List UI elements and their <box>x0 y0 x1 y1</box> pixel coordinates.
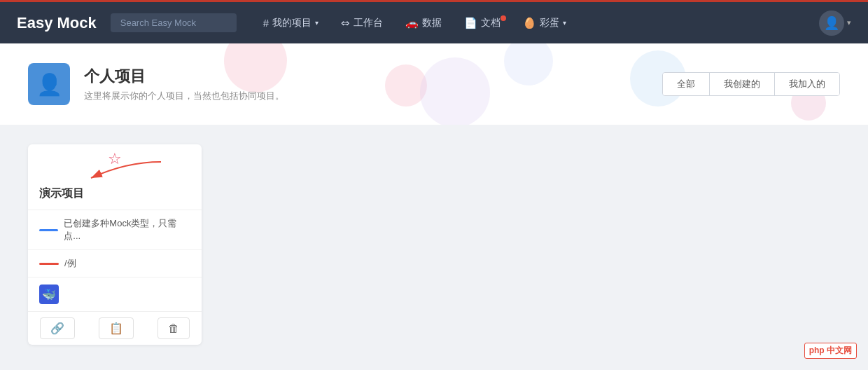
hero-title: 个人项目 <box>84 66 648 87</box>
nav-label-docs: 文档 <box>481 17 500 29</box>
filter-created[interactable]: 我创建的 <box>710 73 775 95</box>
copy-button[interactable]: 📋 <box>99 317 134 339</box>
chevron-down-icon-2: ▾ <box>563 19 566 27</box>
user-avatar[interactable]: 👤 <box>819 11 844 36</box>
bar-red <box>39 263 59 265</box>
nav-item-data[interactable]: 🚗 数据 <box>396 13 451 34</box>
nav-item-my-projects[interactable]: # 我的项目 ▾ <box>253 13 328 34</box>
logo: Easy Mock <box>17 14 97 32</box>
arrow-indicator <box>84 158 168 186</box>
exchange-icon: ⇔ <box>341 17 350 29</box>
hero-text: 个人项目 这里将展示你的个人项目，当然也包括协同项目。 <box>84 66 648 102</box>
card-item-3-icon: 🐳 <box>39 285 59 304</box>
person-icon: 👤 <box>36 72 62 97</box>
link-button[interactable]: 🔗 <box>40 317 75 339</box>
delete-button[interactable]: 🗑 <box>158 317 190 339</box>
bar-blue <box>39 229 58 231</box>
hash-icon: # <box>263 17 269 29</box>
card-footer: 🔗 📋 🗑 <box>28 311 202 345</box>
nav-label-my-projects: 我的项目 <box>272 17 312 29</box>
hero-avatar: 👤 <box>28 63 70 105</box>
navbar: Easy Mock # 我的项目 ▾ ⇔ 工作台 🚗 数据 📄 文档 🥚 彩蛋 … <box>0 0 868 43</box>
card-item-1-text: 已创建多种Mock类型，只需点... <box>64 217 190 242</box>
hero-subtitle: 这里将展示你的个人项目，当然也包括协同项目。 <box>84 90 648 102</box>
hero-filter-buttons: 全部 我创建的 我加入的 <box>662 72 840 96</box>
data-icon: 🚗 <box>405 17 419 29</box>
whale-icon: 🐳 <box>42 288 56 301</box>
project-card: ☆ 演示项目 已创建多种Mock类型，只需点... <box>28 144 202 345</box>
nav-item-workbench[interactable]: ⇔ 工作台 <box>331 13 393 34</box>
chevron-down-icon: ▾ <box>315 19 318 27</box>
card-item-1[interactable]: 已创建多种Mock类型，只需点... <box>28 210 202 249</box>
hero-section: 👤 个人项目 这里将展示你的个人项目，当然也包括协同项目。 全部 我创建的 我加… <box>0 43 868 125</box>
easter-egg-icon: 🥚 <box>523 17 536 29</box>
search-input[interactable] <box>111 13 237 32</box>
filter-all[interactable]: 全部 <box>663 73 710 95</box>
card-item-2-text: /例 <box>64 257 76 270</box>
php-watermark: php 中文网 <box>804 343 857 359</box>
docs-icon: 📄 <box>464 17 477 29</box>
nav-right: 👤 ▾ <box>819 11 851 36</box>
nav-item-easter-egg[interactable]: 🥚 彩蛋 ▾ <box>513 13 576 34</box>
nav-label-easter-egg: 彩蛋 <box>540 17 559 29</box>
nav-label-data: 数据 <box>422 17 442 29</box>
card-item-3[interactable]: 🐳 <box>28 277 202 311</box>
arrow-svg <box>84 158 168 186</box>
nav-items: # 我的项目 ▾ ⇔ 工作台 🚗 数据 📄 文档 🥚 彩蛋 ▾ <box>253 13 813 34</box>
nav-item-docs[interactable]: 📄 文档 <box>454 13 510 34</box>
docs-badge <box>500 15 506 21</box>
card-item-2[interactable]: /例 <box>28 249 202 277</box>
user-dropdown-chevron[interactable]: ▾ <box>847 18 851 27</box>
filter-joined[interactable]: 我加入的 <box>775 73 839 95</box>
nav-label-workbench: 工作台 <box>354 17 383 29</box>
main-content: ☆ 演示项目 已创建多种Mock类型，只需点... <box>0 125 868 364</box>
avatar-icon: 👤 <box>824 15 839 31</box>
